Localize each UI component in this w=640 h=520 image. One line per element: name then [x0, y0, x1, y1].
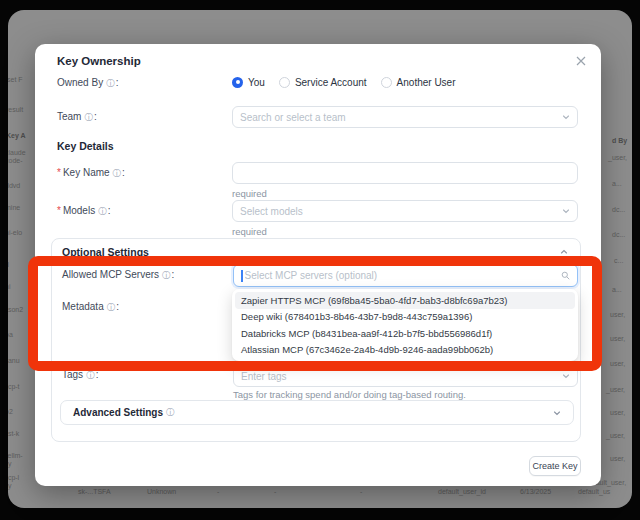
background-text-fragment: set F [8, 76, 23, 84]
background-text-fragment: result [8, 106, 23, 114]
background-text-fragment: user, [610, 360, 625, 368]
background-table-cell: - [217, 488, 219, 496]
mcp-dropdown-option[interactable]: Atlassian MCP (67c3462e-2a4b-4d9b-9246-a… [235, 342, 575, 359]
background-text-fragment: oa [8, 331, 13, 339]
info-icon: ⓘ [162, 270, 171, 280]
models-select-placeholder: Select models [240, 206, 562, 217]
background-text-fragment: dc... [612, 231, 625, 239]
chevron-down-icon [562, 207, 570, 215]
info-icon: ⓘ [98, 206, 107, 216]
background-table-cell: - [274, 488, 276, 496]
info-icon: ⓘ [166, 407, 175, 419]
mcp-servers-select[interactable]: Select MCP servers (optional) [233, 264, 578, 287]
modal-title: Key Ownership [57, 55, 141, 67]
models-label: *Modelsⓘ: [57, 205, 110, 218]
team-select-placeholder: Search or select a team [240, 112, 562, 123]
background-text-fragment: nanu [8, 357, 20, 365]
close-button[interactable] [574, 54, 588, 68]
required-asterisk: * [57, 205, 61, 216]
key-name-label: *Key Nameⓘ: [57, 167, 125, 180]
background-table-cell: default_us [578, 488, 610, 496]
chevron-down-icon [562, 113, 570, 121]
background-table-cell: sk-...TSFA [78, 488, 111, 496]
mcp-dropdown-option[interactable]: Databricks MCP (b8431bea-aa9f-412b-b7f5-… [235, 325, 575, 342]
background-text-fragment: code- [8, 157, 23, 165]
tags-placeholder: Enter tags [241, 371, 562, 382]
background-text-fragment: Key A [8, 132, 26, 140]
screenshot-root: set FresultKey Aclaudecode-ddvdmineni-el… [0, 0, 640, 520]
background-text-fragment: ncp-l [8, 474, 19, 482]
info-icon: ⓘ [107, 302, 116, 312]
background-text-fragment: ddvd [8, 182, 20, 190]
background-text-fragment: ey [8, 460, 11, 468]
background-text-fragment: d By [612, 137, 627, 145]
chevron-down-icon [562, 372, 570, 380]
team-label: Teamⓘ: [57, 111, 97, 124]
models-select[interactable]: Select models [232, 200, 578, 222]
background-table-cell: 6/13/2025 [520, 488, 551, 496]
background-text-fragment: itellm- [8, 452, 23, 460]
info-icon: ⓘ [84, 112, 93, 122]
mcp-servers-dropdown: Zapier HTTPS MCP (69f8ba45-5ba0-4fd7-bab… [232, 289, 578, 361]
tags-label: Tagsⓘ: [62, 369, 98, 382]
background-text-fragment: dc... [612, 206, 625, 214]
advanced-settings-heading: Advanced Settings [73, 407, 163, 418]
key-details-heading: Key Details [57, 140, 114, 152]
background-table-cell: - [360, 488, 362, 496]
radio-label: Service Account [295, 77, 367, 88]
background-text-fragment: o2 [8, 408, 13, 416]
info-icon: ⓘ [113, 168, 122, 178]
background-text-fragment: user, [610, 311, 625, 319]
advanced-settings-panel[interactable]: Advanced Settings ⓘ [60, 400, 574, 425]
background-text-fragment: c... [614, 257, 623, 265]
search-icon [561, 271, 570, 280]
close-icon [576, 56, 586, 66]
required-asterisk: * [57, 167, 61, 178]
radio-you[interactable]: You [232, 77, 265, 88]
mcp-select-placeholder: Select MCP servers (optional) [245, 270, 562, 281]
create-key-modal: Key Ownership Owned Byⓘ: YouService Acco… [35, 44, 601, 486]
background-table-cell: Unknown [147, 488, 176, 496]
info-icon: ⓘ [86, 370, 95, 380]
chevron-down-icon [553, 409, 561, 417]
radio-selected-icon[interactable] [232, 77, 243, 88]
background-text-fragment: est-k [8, 430, 19, 438]
background-text-fragment: ey [8, 482, 11, 490]
background-text-fragment: claude [8, 149, 26, 157]
background-text-fragment: _user, [606, 432, 625, 440]
create-key-button[interactable]: Create Key [529, 456, 581, 476]
background-text-fragment: ason2 [8, 306, 23, 314]
background-text-fragment: user, [610, 455, 625, 463]
mcp-servers-label: Allowed MCP Serversⓘ: [62, 269, 174, 282]
mcp-dropdown-option[interactable]: Zapier HTTPS MCP (69f8ba45-5ba0-4fd7-bab… [235, 292, 575, 309]
background-text-fragment: a... [612, 180, 622, 188]
tags-helper-text: Tags for tracking spend and/or doing tag… [233, 389, 466, 400]
owned-by-label: Owned Byⓘ: [57, 77, 118, 90]
info-icon: ⓘ [106, 78, 115, 88]
background-text-fragment: _user, [608, 154, 627, 162]
optional-settings-heading[interactable]: Optional Settings [62, 246, 149, 258]
radio-label: Another User [397, 77, 456, 88]
radio-label: You [248, 77, 265, 88]
background-text-fragment: _user, [606, 386, 625, 394]
mcp-dropdown-option[interactable]: Deep wiki (678401b3-8b46-43b7-b9d8-443c7… [235, 309, 575, 326]
owned-by-radio-group: YouService AccountAnother User [232, 75, 456, 89]
chevron-up-icon[interactable] [560, 248, 568, 256]
background-text-fragment: mine [8, 204, 20, 212]
radio-service-account[interactable]: Service Account [279, 77, 367, 88]
key-name-required-hint: required [232, 188, 267, 199]
text-cursor [241, 270, 243, 282]
background-table-cell: default_user_id [438, 488, 486, 496]
radio-unselected-icon[interactable] [381, 77, 392, 88]
key-name-input[interactable] [232, 162, 578, 184]
tags-select[interactable]: Enter tags [233, 365, 578, 387]
radio-another-user[interactable]: Another User [381, 77, 456, 88]
background-text-fragment: ni-elo [8, 229, 22, 237]
radio-unselected-icon[interactable] [279, 77, 290, 88]
models-required-hint: required [232, 226, 267, 237]
background-text-fragment: user, [610, 409, 625, 417]
metadata-label: Metadataⓘ: [62, 301, 119, 314]
team-select[interactable]: Search or select a team [232, 106, 578, 128]
background-text-fragment: ni [8, 283, 10, 291]
background-text-fragment: d [8, 261, 9, 269]
